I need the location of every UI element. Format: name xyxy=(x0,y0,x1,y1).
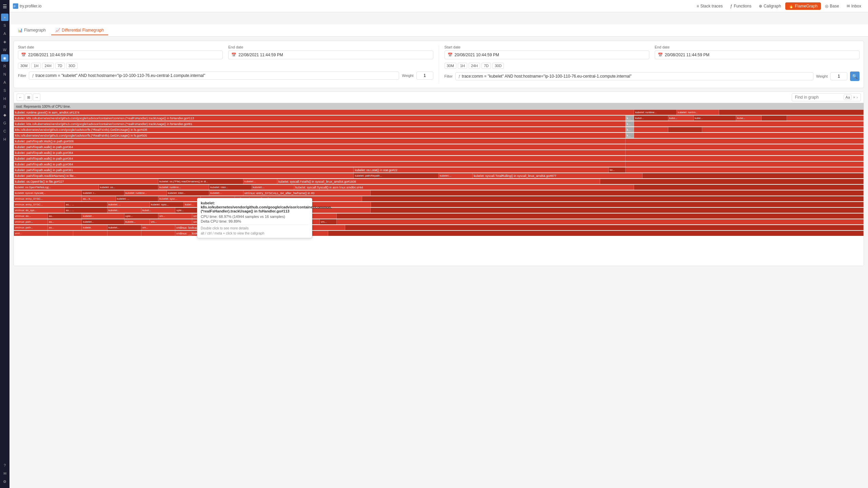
sidebar-icon-help[interactable]: ? xyxy=(1,462,8,469)
flame-cell[interactable]: kubelet: sysc... xyxy=(150,202,184,207)
flame-cell[interactable] xyxy=(337,219,864,224)
flame-cell[interactable]: kubelet: os.OpenFileNoLog(... xyxy=(14,185,99,190)
flame-cell[interactable]: vmlinux: path... xyxy=(14,219,48,224)
flame-cell[interactable]: vmlinux: do... xyxy=(14,214,48,219)
right-time-24h[interactable]: 24H xyxy=(469,63,480,69)
sidebar-icon-c[interactable]: C xyxy=(1,127,8,135)
flame-cell[interactable]: kubelet: path/filepath.Walk() in path.go… xyxy=(14,139,626,144)
flame-cell[interactable]: vmlinux: path... xyxy=(14,225,48,230)
sidebar-icon-grid[interactable]: ◈ xyxy=(1,38,8,45)
flame-cell[interactable]: vmlinux: do_sys... xyxy=(14,208,65,213)
sidebar-icon-dot[interactable]: ● xyxy=(1,14,8,21)
flame-cell[interactable]: kubelet:... xyxy=(252,185,294,190)
case-sensitive-toggle[interactable]: Aa xyxy=(844,95,851,100)
flame-cell[interactable]: kubelet: runtime... xyxy=(124,190,167,196)
flame-cell[interactable]: vmlinux: entry_SYSC... xyxy=(14,196,82,201)
flame-cell[interactable] xyxy=(719,110,864,115)
sidebar-icon-circle[interactable]: ◉ xyxy=(1,54,8,62)
sidebar-icon-s2[interactable]: S xyxy=(1,87,8,94)
sidebar-icon-r1[interactable]: R xyxy=(1,62,8,70)
flame-cell[interactable] xyxy=(668,127,702,132)
sidebar-icon-r2[interactable]: R xyxy=(1,103,8,110)
flame-cell[interactable]: kubelet... xyxy=(82,219,124,224)
right-start-date-input[interactable]: 📅 20/08/2021 10:44:59 PM xyxy=(445,50,649,59)
right-end-date-input[interactable]: 📅 20/08/2021 11:44:59 PM xyxy=(655,50,860,59)
flame-cell[interactable]: kubelet: path/filepath.walk() in path.go… xyxy=(14,144,626,149)
flame-cell[interactable] xyxy=(626,156,864,161)
flame-cell[interactable]: kubelet: sysc... xyxy=(158,196,201,201)
nav-flamegraph[interactable]: 🔥 FlameGraph xyxy=(785,2,821,10)
flame-cell[interactable]: k8s.io/kubernetes/vendor/github.com/goog… xyxy=(14,133,626,138)
flame-cell[interactable] xyxy=(362,196,864,201)
sidebar-icon-settings[interactable]: ⚙ xyxy=(1,478,8,485)
fg-back-button[interactable]: ← xyxy=(17,94,24,101)
sidebar-icon-h2[interactable]: H xyxy=(1,136,8,143)
flame-cell[interactable]: kubelet: syscall.Syscall() in asm linux … xyxy=(294,185,634,190)
flame-cell[interactable]: as... xyxy=(48,219,82,224)
flame-root-row[interactable]: root: Represents 100% of CPU time. xyxy=(14,103,864,110)
flame-cell[interactable]: kubelet: path/filepath.walk() in path.go… xyxy=(14,167,354,172)
flame-cell[interactable]: kubelet: path/filepath.walk() in path.go… xyxy=(14,162,626,167)
flame-cell[interactable]: vmlinux: entry_SYSCALL_64_after_hwframe(… xyxy=(243,190,371,196)
find-close-icon[interactable]: × xyxy=(853,95,855,99)
nav-functions[interactable]: ƒ Functions xyxy=(727,2,755,10)
flame-cell[interactable]: kubelet: ... xyxy=(107,202,150,207)
flame-cell[interactable]: kubelet... xyxy=(82,214,124,219)
left-filter-input[interactable] xyxy=(36,73,396,78)
sidebar-icon-a1[interactable]: A xyxy=(1,30,8,37)
flame-cell[interactable]: kubelet:... xyxy=(439,173,473,178)
flame-cell[interactable]: kubelet: os... xyxy=(99,185,158,190)
nav-stack-traces[interactable]: ≡ Stack traces xyxy=(693,2,726,10)
fg-forward-button[interactable]: → xyxy=(33,94,40,101)
sidebar-icon-n[interactable]: N xyxy=(1,70,8,78)
flame-cell[interactable]: kube... xyxy=(736,116,762,121)
flame-cell[interactable]: kubelet: k8s.io/kubernetes/vendor/github… xyxy=(14,121,626,126)
right-time-30m[interactable]: 30M xyxy=(445,63,456,69)
find-graph-input[interactable] xyxy=(795,95,842,100)
nav-base[interactable]: ◎ Base xyxy=(822,2,842,10)
flame-cell[interactable]: kubelet: inter... xyxy=(167,190,209,196)
sidebar-icon-w[interactable]: W xyxy=(1,46,8,54)
flame-cell[interactable]: as... ... xyxy=(65,208,107,213)
flame-cell[interactable] xyxy=(626,150,864,155)
flame-cell[interactable] xyxy=(626,162,864,167)
flame-cell[interactable]: kubel... xyxy=(141,208,175,213)
flame-cell[interactable] xyxy=(634,185,864,190)
flame-cell[interactable] xyxy=(73,231,107,236)
flame-cell[interactable] xyxy=(787,116,864,121)
flame-cell[interactable]: kubelet: runtime.goexit() in asm_amd64.s… xyxy=(14,110,634,115)
flame-cell[interactable] xyxy=(634,121,864,126)
flame-cell[interactable]: uple... xyxy=(124,214,158,219)
flame-cell[interactable] xyxy=(600,179,864,184)
left-time-30m[interactable]: 30M xyxy=(18,63,30,69)
tab-flamegraph[interactable]: 📊 Flamegraph xyxy=(14,26,50,35)
flame-cell[interactable]: kubelet: runtim... xyxy=(677,110,719,115)
search-button[interactable]: 🔍 xyxy=(850,72,860,81)
flame-cell[interactable]: kubelet: syscall.Fstatfs() in syscall_li… xyxy=(277,179,600,184)
flame-cell[interactable]: kubelet: r... xyxy=(82,190,124,196)
fg-grid-button[interactable]: ⊞ xyxy=(25,94,32,101)
flame-cell[interactable]: k... xyxy=(626,133,634,138)
right-time-7d[interactable]: 7D xyxy=(481,63,491,69)
flame-cell[interactable] xyxy=(337,214,864,219)
flame-cell[interactable]: vmli... xyxy=(14,231,48,236)
flame-cell[interactable]: kube... xyxy=(668,116,694,121)
flame-cell[interactable]: k... xyxy=(626,121,634,126)
flame-cell[interactable] xyxy=(345,225,864,230)
flame-cell[interactable]: kubelet: syscall.Syscall(... xyxy=(14,190,82,196)
flame-cell[interactable]: kubelet: ... xyxy=(116,196,158,201)
flame-cell[interactable]: vm... xyxy=(320,219,337,224)
flame-cell[interactable]: kubelet: runtime... xyxy=(158,185,209,190)
flame-cell[interactable]: vm... xyxy=(150,219,192,224)
nav-inbox[interactable]: ✉ Inbox xyxy=(843,2,865,10)
sidebar-icon-h1[interactable]: H xyxy=(1,95,8,102)
nav-callgraph[interactable]: ⊕ Callgraph xyxy=(755,2,784,10)
flame-cell[interactable] xyxy=(626,139,864,144)
left-time-24h[interactable]: 24H xyxy=(42,63,54,69)
flame-cell[interactable]: kubelet: syscall.TotalRulling() in sysca… xyxy=(473,173,643,178)
left-weight-input[interactable] xyxy=(416,72,433,80)
flame-cell[interactable] xyxy=(626,167,864,172)
right-time-1h[interactable]: 1H xyxy=(458,63,467,69)
flame-cell[interactable] xyxy=(107,231,141,236)
flame-cell[interactable]: kubelet: path/filepath.readDirNames() in… xyxy=(14,173,354,178)
